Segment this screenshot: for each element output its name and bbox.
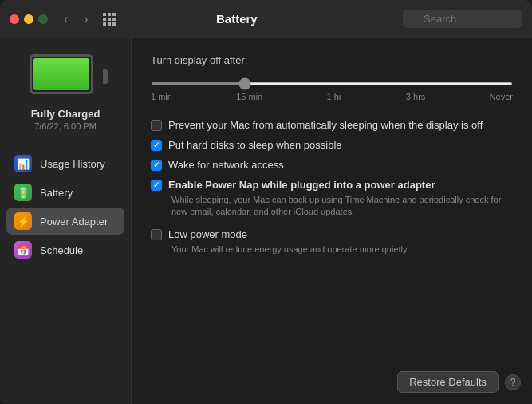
minimize-button[interactable]: [24, 14, 33, 24]
sidebar-item-schedule[interactable]: 📅 Schedule: [6, 236, 124, 263]
battery-nav-icon: 🔋: [14, 184, 32, 201]
slider-label-15min: 15 min: [236, 92, 262, 101]
content-area: Turn display off after: 1 min 15 min 1 h…: [132, 38, 532, 404]
checkbox-prevent-sleep[interactable]: [151, 120, 162, 131]
schedule-icon: 📅: [14, 241, 32, 259]
slider-label: Turn display off after:: [151, 54, 513, 66]
checkbox-wake-network[interactable]: [151, 160, 162, 171]
battery-status: Fully Charged: [31, 108, 100, 120]
search-wrapper: 🔍: [403, 10, 522, 28]
back-button[interactable]: ‹: [59, 10, 73, 28]
label-power-nap: Enable Power Nap while plugged into a po…: [168, 179, 435, 191]
power-adapter-icon: ⚡: [14, 212, 32, 230]
titlebar: ‹ › Battery 🔍: [0, 0, 532, 38]
sidebar-item-power-adapter[interactable]: ⚡ Power Adapter: [6, 208, 124, 235]
sidebar-item-usage-history[interactable]: 📊 Usage History: [6, 150, 124, 177]
checkbox-hard-disks[interactable]: [151, 140, 162, 151]
checkbox-power-nap[interactable]: [151, 180, 162, 191]
desc-low-power: Your Mac will reduce energy usage and op…: [171, 244, 513, 255]
sidebar-item-battery[interactable]: 🔋 Battery: [6, 179, 124, 206]
slider-label-3hrs: 3 hrs: [406, 92, 425, 101]
label-low-power: Low power mode: [168, 228, 247, 240]
option-low-power-row: Low power mode: [151, 228, 513, 240]
battery-tip: [103, 69, 108, 84]
sidebar-item-label-power: Power Adapter: [40, 216, 108, 228]
battery-body: [30, 54, 93, 94]
bottom-bar: Restore Defaults ?: [397, 371, 521, 393]
display-sleep-slider[interactable]: [151, 82, 513, 85]
main-layout: Fully Charged 7/6/22, 6:00 PM 📊 Usage Hi…: [0, 38, 532, 404]
traffic-lights: [10, 14, 48, 24]
desc-power-nap: While sleeping, your Mac can back up usi…: [171, 194, 513, 219]
restore-defaults-button[interactable]: Restore Defaults: [397, 371, 499, 393]
sidebar-item-label-usage: Usage History: [40, 158, 105, 170]
label-prevent-sleep: Prevent your Mac from automatically slee…: [168, 119, 483, 131]
option-hard-disks-row: Put hard disks to sleep when possible: [151, 139, 513, 151]
search-input[interactable]: [403, 10, 522, 28]
label-hard-disks: Put hard disks to sleep when possible: [168, 139, 342, 151]
slider-labels: 1 min 15 min 1 hr 3 hrs Never: [151, 92, 513, 101]
help-button[interactable]: ?: [505, 374, 521, 390]
battery-icon-wrapper: [30, 54, 101, 98]
usage-history-icon: 📊: [14, 155, 32, 172]
sidebar: Fully Charged 7/6/22, 6:00 PM 📊 Usage Hi…: [0, 38, 132, 404]
checkbox-low-power[interactable]: [151, 229, 162, 240]
sidebar-item-label-schedule: Schedule: [40, 244, 83, 256]
window-title: Battery: [77, 12, 396, 26]
option-power-nap-row: Enable Power Nap while plugged into a po…: [151, 179, 513, 191]
slider-label-1min: 1 min: [151, 92, 172, 101]
slider-label-1hr: 1 hr: [327, 92, 342, 101]
battery-date: 7/6/22, 6:00 PM: [34, 121, 97, 131]
battery-fill: [33, 58, 89, 90]
label-wake-network: Wake for network access: [168, 159, 284, 171]
slider-wrapper: [151, 74, 513, 89]
fullscreen-button[interactable]: [38, 14, 48, 24]
close-button[interactable]: [10, 14, 19, 24]
option-wake-network-row: Wake for network access: [151, 159, 513, 171]
sidebar-item-label-battery: Battery: [40, 187, 73, 199]
display-sleep-section: Turn display off after: 1 min 15 min 1 h…: [151, 54, 513, 101]
sidebar-nav: 📊 Usage History 🔋 Battery ⚡ Power Adapte…: [0, 150, 131, 263]
option-prevent-sleep-row: Prevent your Mac from automatically slee…: [151, 119, 513, 131]
slider-label-never: Never: [490, 92, 513, 101]
